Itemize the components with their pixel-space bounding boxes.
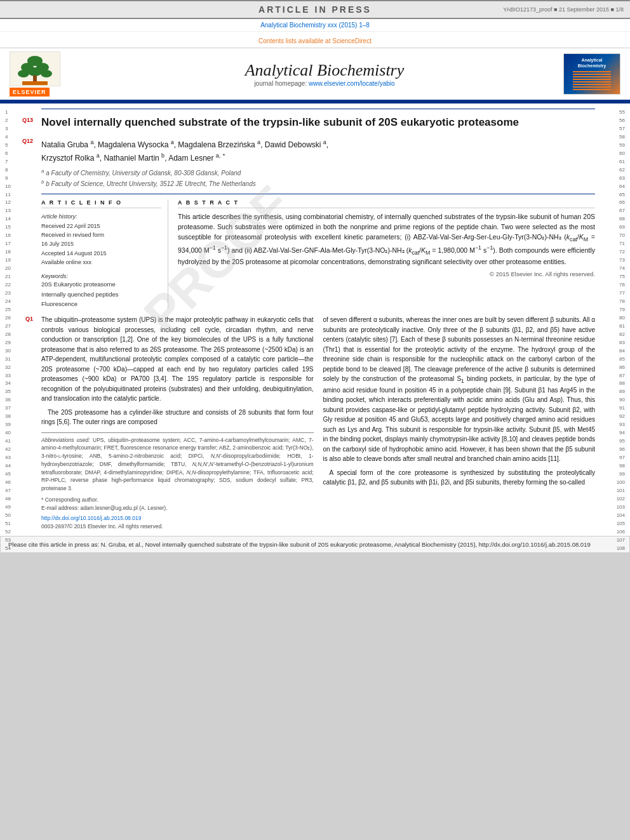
svg-point-5 [28, 67, 42, 76]
received-revised-label: Received in revised form [41, 230, 161, 239]
footnote-section: Abbreviations used: UPS, ubiquitin–prote… [41, 432, 314, 531]
abstract-col: A B S T R A C T This article describes t… [178, 199, 595, 309]
svg-point-6 [41, 70, 52, 77]
authors-section: Q12 Natalia Gruba a, Magdalena Wysocka a… [41, 138, 595, 164]
copyright-line: © 2015 Elsevier Inc. All rights reserved… [178, 270, 595, 277]
sciencedirect-link[interactable]: ScienceDirect [332, 37, 372, 44]
authors: Natalia Gruba a, Magdalena Wysocka a, Ma… [41, 138, 595, 164]
svg-rect-8 [22, 81, 48, 85]
page-wrapper: ARTICLE IN PRESS YABIO12173_proof ■ 21 S… [0, 0, 630, 553]
affiliations: a a Faculty of Chemistry, University of … [41, 168, 595, 189]
article-info-heading: A R T I C L E I N F O [41, 199, 161, 208]
two-col-section: A R T I C L E I N F O Article history: R… [41, 194, 595, 309]
body-para-right-1: of seven different α subunits, whereas t… [323, 315, 596, 464]
keyword-2: Internally quenched peptides [41, 290, 161, 299]
body-col-right: of seven different α subunits, whereas t… [323, 315, 596, 531]
abstract-heading: A B S T R A C T [178, 199, 595, 208]
journal-homepage: journal homepage: www.elsevier.com/locat… [86, 80, 563, 87]
history-label: Article history: [41, 212, 161, 221]
keyword-3: Fluorescence [41, 299, 161, 309]
keyword-1: 20S Eukaryotic proteasome [41, 279, 161, 289]
abstract-text: This article describes the synthesis, us… [178, 212, 595, 267]
homepage-link[interactable]: www.elsevier.com/locate/yabio [309, 80, 395, 87]
journal-logo-box: Analytical Biochemistry [563, 53, 620, 95]
masthead-center: Analytical Biochemistry journal homepage… [86, 61, 563, 87]
homepage-text: journal homepage: [254, 80, 307, 87]
accepted-date: Accepted 14 August 2015 [41, 249, 161, 258]
keywords-section: Keywords: 20S Eukaryotic proteasome Inte… [41, 273, 161, 309]
elsevier-tree-logo [10, 51, 60, 86]
footnote-abbreviations: Abbreviations used: UPS, ubiquitin–prote… [41, 436, 314, 493]
doi-link: http://dx.doi.org/10.1016/j.ab.2015.08.0… [41, 514, 314, 523]
q1-badge: Q1 [25, 315, 33, 324]
journal-header: Contents lists available at ScienceDirec… [0, 32, 630, 48]
contents-text: Contents lists available at ScienceDirec… [258, 37, 372, 44]
article-title-section: Q13 Novel internally quenched substrate … [41, 109, 595, 138]
svg-point-4 [18, 70, 29, 77]
body-col-left: Q1 The ubiquitin–proteasome system (UPS)… [41, 315, 314, 531]
corresponding-author-note: * Corresponding author. [41, 496, 314, 504]
email-address: E-mail address: adam.lesner@ug.edu.pl (A… [41, 504, 314, 512]
q12-badge: Q12 [22, 138, 33, 144]
body-para-right-2: A special form of the core proteasome is… [323, 468, 596, 488]
line-numbers-right: 555657 585960 616263 646566 676869 70717… [617, 103, 625, 553]
citation-bar: Please cite this article in press as: N.… [0, 536, 630, 553]
main-content: PROOF 123 456 789 101112 131415 161718 1… [0, 103, 630, 536]
line-numbers-left: 123 456 789 101112 131415 161718 192021 … [5, 103, 11, 552]
body-para-2: The 20S proteasome has a cylinder-like s… [41, 408, 314, 427]
received-date: Received 22 April 2015 [41, 222, 161, 230]
article-history: Article history: Received 22 April 2015 … [41, 212, 161, 267]
article-info-col: A R T I C L E I N F O Article history: R… [41, 199, 168, 309]
q13-badge: Q13 [22, 117, 33, 123]
online-date: Available online xxx [41, 258, 161, 267]
journal-citation: Analytical Biochemistry xxx (2015) 1–8 [0, 19, 630, 32]
body-para-1: Q1 The ubiquitin–proteasome system (UPS)… [41, 315, 314, 404]
issn-line: 0003-2697/© 2015 Elsevier Inc. All right… [41, 523, 314, 531]
masthead-left: ELSEVIER [10, 51, 86, 97]
revised-date: 16 July 2015 [41, 239, 161, 248]
article-title: Novel internally quenched substrate of t… [41, 116, 595, 130]
banner-title: ARTICLE IN PRESS [258, 4, 372, 15]
proof-info: YABIO12173_proof ■ 21 September 2015 ■ 1… [503, 6, 624, 13]
keywords-label: Keywords: [41, 273, 161, 279]
article-in-press-banner: ARTICLE IN PRESS YABIO12173_proof ■ 21 S… [0, 0, 630, 19]
journal-citation-text: Analytical Biochemistry xxx (2015) 1–8 [260, 22, 370, 29]
journal-logo-text: Analytical Biochemistry [573, 58, 611, 90]
masthead: ELSEVIER Analytical Biochemistry journal… [0, 48, 630, 102]
journal-name: Analytical Biochemistry [86, 61, 563, 80]
body-two-col: Q1 The ubiquitin–proteasome system (UPS)… [41, 315, 595, 531]
masthead-logo: ELSEVIER [10, 51, 86, 97]
elsevier-label: ELSEVIER [10, 88, 50, 97]
